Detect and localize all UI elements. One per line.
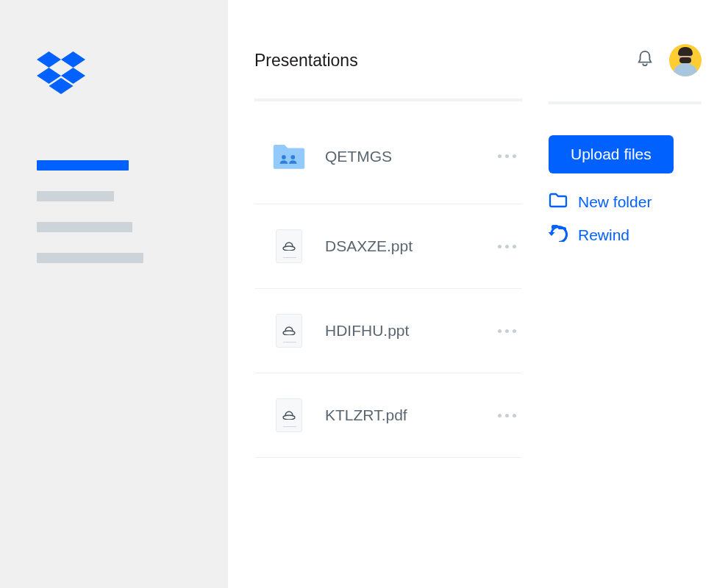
file-row[interactable]: KTLZRT.pdf [254,373,522,458]
file-row[interactable]: DSAXZE.ppt [254,204,522,289]
file-document-icon [272,398,306,432]
svg-point-5 [282,155,286,159]
sidebar-nav-item-2[interactable] [37,222,132,232]
list-divider [254,98,522,101]
rewind-label: Rewind [578,226,629,244]
header: Presentations [254,44,702,76]
more-options-icon[interactable] [498,154,516,158]
more-options-icon[interactable] [498,329,516,333]
file-document-icon [272,314,306,348]
svg-marker-0 [37,51,61,68]
actions-panel: Upload files New folder Rewind [549,98,702,458]
sidebar-nav-item-0[interactable] [37,160,129,171]
sidebar-nav-item-3[interactable] [37,253,143,263]
svg-point-9 [283,415,295,420]
file-row[interactable]: HDIFHU.ppt [254,289,522,373]
file-list: QETMGS DSAXZE.ppt HDIFHU.ppt [254,98,522,458]
more-options-icon[interactable] [498,245,516,248]
file-document-icon [272,229,306,263]
svg-point-8 [283,331,295,335]
rewind-link[interactable]: Rewind [549,224,702,245]
dropbox-logo-icon[interactable] [37,51,85,94]
folder-outline-icon [549,191,568,212]
sidebar-nav-item-1[interactable] [37,191,114,201]
file-name: QETMGS [325,148,392,165]
rewind-icon [549,224,568,245]
notifications-bell-icon[interactable] [637,50,653,71]
main-panel: Presentations [228,0,728,588]
more-options-icon[interactable] [498,414,516,417]
file-name: DSAXZE.ppt [325,237,413,255]
actions-divider [549,101,702,104]
svg-point-7 [283,246,295,251]
page-title: Presentations [254,51,358,71]
new-folder-link[interactable]: New folder [549,191,702,212]
upload-files-button[interactable]: Upload files [549,135,674,173]
svg-marker-1 [61,51,85,68]
file-name: KTLZRT.pdf [325,406,407,424]
avatar[interactable] [669,44,702,76]
new-folder-label: New folder [578,193,652,211]
file-row[interactable]: QETMGS [254,109,522,204]
shared-folder-icon [272,141,306,172]
file-name: HDIFHU.ppt [325,322,409,340]
sidebar [0,0,228,588]
svg-point-6 [290,155,295,159]
